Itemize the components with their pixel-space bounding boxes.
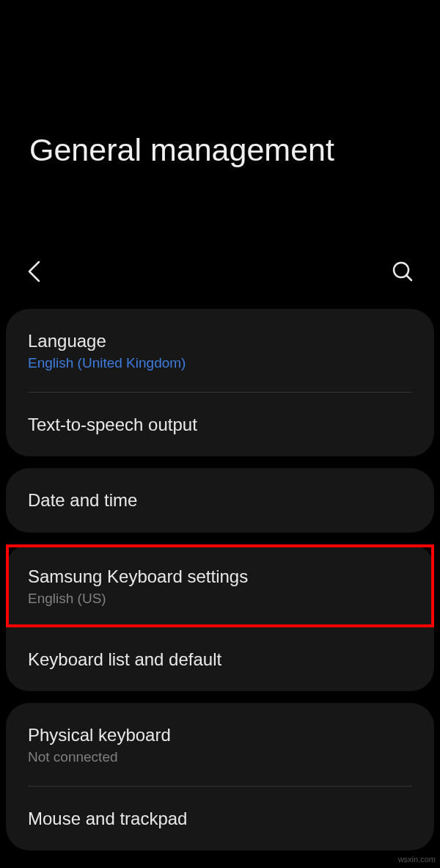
item-samsung-keyboard[interactable]: Samsung Keyboard settings English (US) xyxy=(9,547,431,624)
item-title: Date and time xyxy=(28,489,412,511)
item-title: Keyboard list and default xyxy=(28,648,412,671)
watermark: wsxin.com xyxy=(398,855,436,864)
svg-line-1 xyxy=(406,275,411,280)
card-physical-mouse: Physical keyboard Not connected Mouse an… xyxy=(6,703,434,850)
card-language-tts: Language English (United Kingdom) Text-t… xyxy=(6,309,434,456)
settings-list: Language English (United Kingdom) Text-t… xyxy=(0,309,440,850)
item-title: Language xyxy=(28,329,412,352)
item-tts[interactable]: Text-to-speech output xyxy=(6,393,434,456)
item-subtitle: Not connected xyxy=(28,749,412,765)
item-title: Text-to-speech output xyxy=(28,413,412,436)
highlight-box: Samsung Keyboard settings English (US) xyxy=(6,544,434,627)
item-subtitle: English (United Kingdom) xyxy=(28,355,412,371)
item-subtitle: English (US) xyxy=(28,591,412,607)
item-language[interactable]: Language English (United Kingdom) xyxy=(6,309,434,392)
search-icon xyxy=(392,260,414,282)
toolbar xyxy=(0,256,440,309)
item-keyboard-list[interactable]: Keyboard list and default xyxy=(6,627,434,691)
item-title: Physical keyboard xyxy=(28,723,412,746)
item-mouse-trackpad[interactable]: Mouse and trackpad xyxy=(6,787,434,850)
item-title: Samsung Keyboard settings xyxy=(28,565,412,588)
back-icon xyxy=(26,259,41,284)
card-keyboard-bottom: Keyboard list and default xyxy=(6,627,434,691)
search-button[interactable] xyxy=(389,258,417,285)
back-button[interactable] xyxy=(23,256,44,287)
card-date-time: Date and time xyxy=(6,468,434,532)
page-title: General management xyxy=(0,0,440,256)
item-title: Mouse and trackpad xyxy=(28,807,412,830)
card-keyboard: Samsung Keyboard settings English (US) xyxy=(6,544,434,627)
item-date-time[interactable]: Date and time xyxy=(6,468,434,532)
item-physical-keyboard[interactable]: Physical keyboard Not connected xyxy=(6,703,434,786)
